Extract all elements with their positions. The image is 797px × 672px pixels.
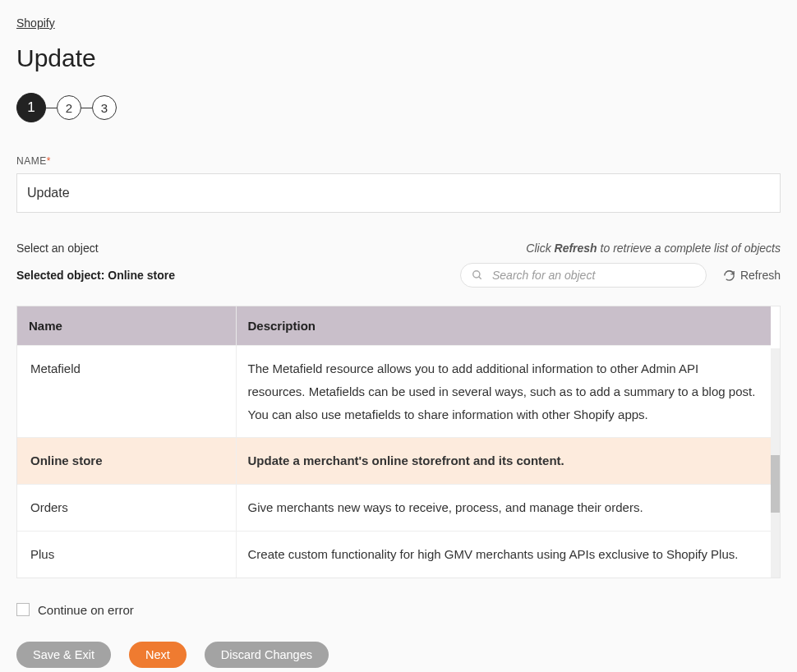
select-object-label: Select an object [16, 242, 99, 255]
step-3[interactable]: 3 [92, 95, 117, 120]
breadcrumb-shopify[interactable]: Shopify [16, 16, 55, 30]
row-name: Metafield [17, 346, 236, 438]
refresh-icon [723, 269, 735, 282]
step-separator [81, 108, 92, 108]
page-title: Update [16, 44, 781, 72]
scrollbar-track[interactable] [771, 348, 780, 578]
svg-point-0 [473, 271, 480, 278]
refresh-hint: Click Refresh to retrieve a complete lis… [526, 242, 781, 255]
save-exit-button[interactable]: Save & Exit [16, 642, 111, 668]
continue-on-error-checkbox[interactable] [16, 603, 30, 616]
scrollbar-thumb[interactable] [771, 455, 780, 513]
step-1[interactable]: 1 [16, 93, 46, 122]
stepper: 1 2 3 [16, 93, 781, 122]
next-button[interactable]: Next [129, 642, 187, 668]
row-description: The Metafield resource allows you to add… [236, 346, 771, 438]
col-name: Name [17, 306, 236, 346]
table-row[interactable]: PlusCreate custom functionality for high… [17, 531, 771, 577]
row-name: Plus [17, 531, 236, 577]
row-name: Orders [17, 485, 236, 532]
name-label: NAME* [16, 155, 781, 167]
svg-line-1 [479, 277, 481, 279]
discard-button[interactable]: Discard Changes [205, 642, 329, 668]
table-row[interactable]: MetafieldThe Metafield resource allows y… [17, 346, 771, 438]
object-table: Name Description MetafieldThe Metafield … [16, 306, 781, 578]
search-input[interactable] [460, 263, 707, 288]
refresh-label: Refresh [740, 269, 781, 282]
step-2[interactable]: 2 [57, 95, 81, 120]
table-row[interactable]: OrdersGive merchants new ways to receive… [17, 485, 771, 532]
table-row[interactable]: Online storeUpdate a merchant's online s… [17, 438, 771, 485]
search-icon [472, 269, 483, 281]
step-separator [46, 108, 57, 108]
name-input[interactable] [16, 173, 781, 213]
col-description: Description [236, 306, 771, 346]
refresh-button[interactable]: Refresh [723, 269, 781, 282]
row-description: Create custom functionality for high GMV… [236, 531, 771, 577]
row-description: Update a merchant's online storefront an… [236, 438, 771, 485]
continue-on-error-label: Continue on error [38, 603, 134, 617]
selected-object: Selected object: Online store [16, 269, 175, 282]
row-description: Give merchants new ways to receive, proc… [236, 485, 771, 532]
row-name: Online store [17, 438, 236, 485]
